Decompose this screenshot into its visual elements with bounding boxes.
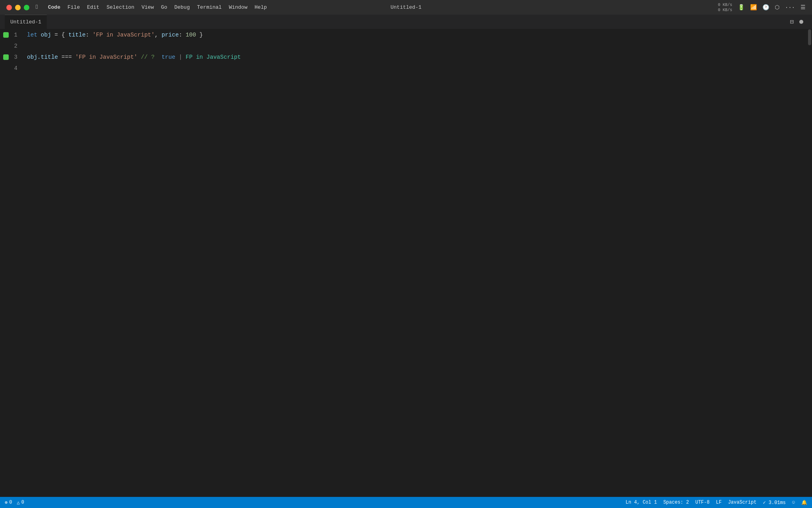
apple-logo-icon:  <box>36 4 39 11</box>
line-number-1: 1 <box>0 29 24 40</box>
line-number-3: 3 <box>0 52 24 63</box>
code-line-2 <box>24 40 812 52</box>
token-equals: = <box>51 32 61 38</box>
line-number-4: 4 <box>0 63 24 74</box>
warning-number: 0 <box>21 500 24 505</box>
scrollbar[interactable] <box>806 29 812 497</box>
menu-debug[interactable]: Debug <box>174 4 190 10</box>
encoding[interactable]: UTF-8 <box>695 500 710 505</box>
breakpoint-1[interactable] <box>3 32 9 38</box>
breakpoint-3[interactable] <box>3 54 9 60</box>
cursor-position[interactable]: Ln 4, Col 1 <box>626 500 657 505</box>
error-icon: ⊗ <box>5 500 8 506</box>
traffic-lights <box>6 5 29 10</box>
menu-file[interactable]: File <box>67 4 80 10</box>
code-line-3: obj .title === 'FP in JavaScript' // ? t… <box>24 52 812 63</box>
status-right: Ln 4, Col 1 Spaces: 2 UTF-8 LF JavaScrip… <box>626 500 807 506</box>
menu-edit[interactable]: Edit <box>87 4 99 10</box>
clock-icon: 🕐 <box>762 4 769 11</box>
network-stats: 0 KB/s 0 KB/s <box>718 2 732 13</box>
status-bar: ⊗ 0 △ 0 Ln 4, Col 1 Spaces: 2 UTF-8 LF J… <box>0 497 812 508</box>
tab-right-icons: ⊟ <box>790 18 807 26</box>
dot-indicator <box>799 20 803 24</box>
token-true: true <box>158 54 176 60</box>
menu-go[interactable]: Go <box>161 4 167 10</box>
token-fp-string1: 'FP in JavaScript' <box>89 32 155 38</box>
token-open-brace: { <box>61 32 65 38</box>
line-number-2: 2 <box>0 40 24 52</box>
window-title: Untitled-1 <box>391 4 421 10</box>
token-triple-equals: === <box>58 54 72 60</box>
token-obj: obj <box>37 32 51 38</box>
maximize-button[interactable] <box>24 5 29 10</box>
finder-icon: ⬡ <box>775 4 779 11</box>
more-icon[interactable]: ··· <box>785 4 795 11</box>
token-inline-result: FP in JavaScript <box>182 54 241 60</box>
token-dot-title: .title <box>37 54 58 60</box>
tab-bar: Untitled-1 ⊟ <box>0 15 812 29</box>
menu-selection[interactable]: Selection <box>107 4 134 10</box>
language-mode[interactable]: JavaScript <box>728 500 756 505</box>
token-colon1: : <box>86 32 89 38</box>
menu-help[interactable]: Help <box>255 4 267 10</box>
token-obj2: obj <box>27 54 37 60</box>
tab-title: Untitled-1 <box>10 19 41 25</box>
close-button[interactable] <box>6 5 12 10</box>
token-colon2: : <box>179 32 182 38</box>
battery-icon: 🔋 <box>738 4 745 11</box>
error-number: 0 <box>9 500 12 505</box>
code-line-4 <box>24 63 812 74</box>
token-comment: // ? <box>137 54 158 60</box>
status-left: ⊗ 0 △ 0 <box>5 500 24 506</box>
code-line-1: let obj = { title : 'FP in JavaScript' ,… <box>24 29 812 40</box>
scrollbar-thumb[interactable] <box>808 29 811 45</box>
tab-untitled-1[interactable]: Untitled-1 <box>5 15 47 29</box>
editor[interactable]: 1 2 3 4 let obj = { title : 'FP in JavaS… <box>0 29 812 497</box>
token-comma: , <box>155 32 158 38</box>
warning-icon: △ <box>17 500 19 506</box>
menu-code[interactable]: Code <box>48 4 60 10</box>
indentation[interactable]: Spaces: 2 <box>663 500 689 505</box>
wifi-icon: 📶 <box>750 4 757 11</box>
token-let: let <box>27 32 37 38</box>
menu-bar:  Code File Edit Selection View Go Debug… <box>36 4 267 11</box>
minimize-button[interactable] <box>15 5 21 10</box>
token-price-key: price <box>158 32 179 38</box>
line-ending[interactable]: LF <box>716 500 722 505</box>
menu-terminal[interactable]: Terminal <box>197 4 222 10</box>
token-close-brace: } <box>196 32 203 38</box>
smiley-icon[interactable]: ☺ <box>792 500 795 505</box>
error-count[interactable]: ⊗ 0 △ 0 <box>5 500 24 506</box>
split-editor-icon[interactable]: ⊟ <box>790 18 794 26</box>
token-title-key: title <box>65 32 86 38</box>
timing: ✓ 3.01ms <box>763 500 786 506</box>
menu-window[interactable]: Window <box>229 4 247 10</box>
token-pipe: | <box>175 54 182 60</box>
list-icon[interactable]: ☰ <box>801 4 806 11</box>
notification-bell-icon[interactable]: 🔔 <box>801 500 807 506</box>
token-100: 100 <box>182 32 196 38</box>
menu-view[interactable]: View <box>142 4 154 10</box>
code-area[interactable]: let obj = { title : 'FP in JavaScript' ,… <box>24 29 812 497</box>
gutter: 1 2 3 4 <box>0 29 24 497</box>
token-fp-string2: 'FP in JavaScript' <box>72 54 137 60</box>
titlebar-right: 0 KB/s 0 KB/s 🔋 📶 🕐 ⬡ ··· ☰ <box>718 2 806 13</box>
titlebar:  Code File Edit Selection View Go Debug… <box>0 0 812 15</box>
